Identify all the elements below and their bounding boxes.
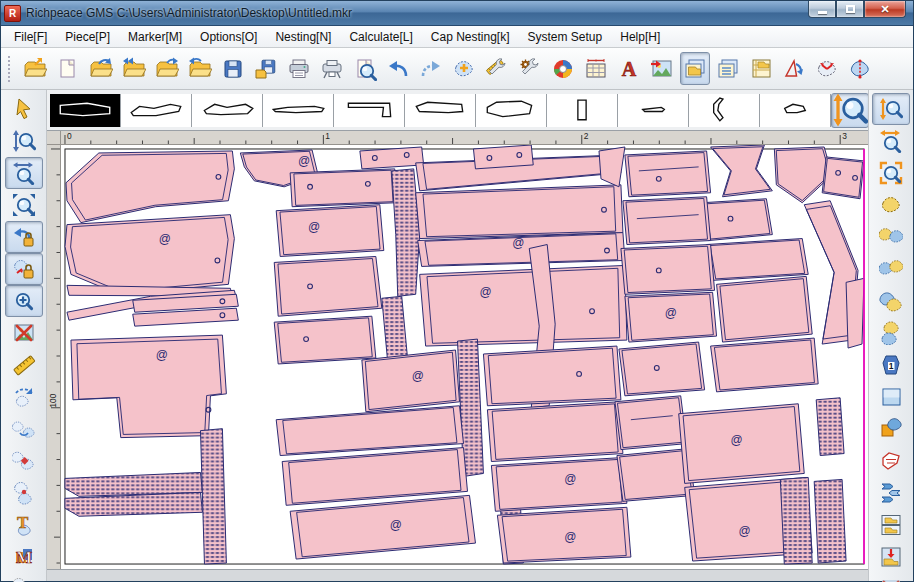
righttool-strip-zoom-h-button[interactable] — [872, 125, 910, 157]
menu-file[interactable]: File[F] — [5, 27, 56, 47]
toolbar-open-back-button[interactable] — [185, 52, 215, 85]
minimize-button[interactable] — [808, 1, 836, 18]
lefttool-rotate-piece-button[interactable] — [5, 381, 43, 413]
righttool-blank-sheet-button[interactable] — [872, 381, 910, 413]
menu-nesting[interactable]: Nesting[N] — [266, 27, 340, 47]
marker-piece-36[interactable] — [625, 151, 711, 197]
toolbar-add-piece-button[interactable] — [449, 52, 479, 85]
righttool-pieces-pair2-button[interactable] — [872, 253, 910, 285]
marker-piece-10[interactable] — [200, 429, 226, 564]
piece-thumb-6[interactable] — [405, 94, 476, 127]
toolbar-color-wheel-button[interactable] — [548, 52, 578, 85]
marker-piece-22[interactable] — [420, 265, 627, 346]
lefttool-text-tool-button[interactable]: T — [5, 509, 43, 541]
lefttool-flip-piece-button[interactable] — [5, 413, 43, 445]
strip-zoom-button[interactable] — [831, 93, 869, 128]
marker-piece-15[interactable] — [274, 316, 376, 364]
piece-thumb-2[interactable] — [121, 94, 192, 127]
toolbar-open-redo-button[interactable] — [86, 52, 116, 85]
lefttool-confirm-piece-button[interactable] — [5, 573, 43, 582]
toolbar-open-back-double-button[interactable] — [119, 52, 149, 85]
righttool-clear-hatch-button[interactable] — [872, 573, 910, 582]
marker-canvas[interactable]: @@@@@@@@@@@@@ — [61, 145, 868, 569]
lefttool-zoom-horizontal-button[interactable] — [5, 157, 43, 189]
righttool-pieces-overlap-button[interactable] — [872, 285, 910, 317]
toolbar-system-settings-button[interactable] — [515, 52, 545, 85]
menu-help[interactable]: Help[H] — [611, 27, 669, 47]
lefttool-stack-pieces-button[interactable] — [5, 477, 43, 509]
toolbar-move-piece-button[interactable] — [812, 52, 842, 85]
toolbar-export-image-button[interactable] — [647, 52, 677, 85]
menu-piece[interactable]: Piece[P] — [56, 27, 119, 47]
righttool-pieces-pair-button[interactable] — [872, 221, 910, 253]
toolbar-font-button[interactable]: A — [614, 52, 644, 85]
toolbar-plotter-button[interactable] — [317, 52, 347, 85]
toolbar-rotate-angle-button[interactable] — [779, 52, 809, 85]
marker-piece-23[interactable] — [473, 145, 533, 169]
piece-thumb-9[interactable] — [618, 94, 689, 127]
toolbar-undo-button[interactable] — [383, 52, 413, 85]
toolbar-notebook-button[interactable] — [746, 52, 776, 85]
righttool-match-chevrons-button[interactable] — [872, 477, 910, 509]
toolbar-print-button[interactable] — [284, 52, 314, 85]
righttool-copy-pieces-button[interactable] — [872, 509, 910, 541]
menu-marker[interactable]: Marker[M] — [119, 27, 191, 47]
lefttool-piece-lock-button[interactable] — [5, 253, 43, 285]
marker-piece-2[interactable] — [65, 215, 234, 295]
toolbar-piece-list-button[interactable] — [680, 52, 710, 85]
marker-piece-47[interactable] — [619, 342, 705, 396]
lefttool-zoom-fit-button[interactable] — [5, 189, 43, 221]
piece-thumb-4[interactable] — [263, 94, 334, 127]
lefttool-zoom-in-button[interactable] — [5, 285, 43, 317]
marker-piece-56[interactable] — [846, 278, 864, 348]
marker-piece-44[interactable] — [621, 245, 715, 295]
toolbar-open-forward-button[interactable] — [152, 52, 182, 85]
lefttool-zoom-vertical-button[interactable] — [5, 125, 43, 157]
piece-thumb-7[interactable] — [476, 94, 547, 127]
toolbar-split-piece-button[interactable] — [845, 52, 875, 85]
menu-calculate[interactable]: Calculate[L] — [340, 27, 421, 47]
lefttool-image-delete-button[interactable] — [5, 317, 43, 349]
lefttool-measure-button[interactable] — [5, 349, 43, 381]
marker-piece-55[interactable] — [816, 398, 844, 456]
toolbar-piece-table-button[interactable] — [713, 52, 743, 85]
toolbar-size-table-button[interactable] — [581, 52, 611, 85]
toolbar-save-button[interactable] — [218, 52, 248, 85]
righttool-strip-zoom-fit-button[interactable] — [872, 157, 910, 189]
piece-thumb-5[interactable] — [334, 94, 405, 127]
toolbar-save-as-button[interactable] — [251, 52, 281, 85]
piece-thumb-3[interactable] — [192, 94, 263, 127]
toolbar-new-file-button[interactable] — [53, 52, 83, 85]
toolbar-marker-settings-button[interactable] — [482, 52, 512, 85]
righttool-piece-outline-button[interactable] — [872, 445, 910, 477]
marker-piece-46[interactable] — [717, 276, 813, 342]
piece-thumb-11[interactable] — [760, 94, 831, 127]
marker-piece-49[interactable] — [615, 396, 687, 450]
marker-piece-16[interactable] — [360, 147, 424, 169]
menu-options[interactable]: Options[O] — [191, 27, 266, 47]
righttool-strip-zoom-v-button[interactable] — [872, 93, 910, 125]
righttool-import-box-button[interactable] — [872, 541, 910, 573]
menu-system-setup[interactable]: System Setup — [519, 27, 612, 47]
maximize-button[interactable] — [836, 1, 864, 18]
righttool-piece-fill-button[interactable] — [872, 189, 910, 221]
marker-piece-43[interactable] — [623, 197, 711, 245]
marker-canvas-area[interactable]: @@@@@@@@@@@@@ — [61, 145, 868, 569]
bottom-scroll-strip[interactable] — [47, 569, 868, 581]
toolbar-print-preview-button[interactable] — [350, 52, 380, 85]
lefttool-overlap-pieces-button[interactable] — [5, 445, 43, 477]
piece-thumb-1[interactable] — [50, 94, 121, 127]
piece-thumb-10[interactable] — [689, 94, 760, 127]
marker-piece-53[interactable] — [780, 477, 812, 564]
marker-piece-31[interactable] — [362, 350, 460, 412]
lefttool-m-tool-button[interactable]: M — [5, 541, 43, 573]
marker-piece-54[interactable] — [814, 479, 846, 563]
menu-cap-nesting[interactable]: Cap Nesting[k] — [422, 27, 519, 47]
piece-thumb-8[interactable] — [547, 94, 618, 127]
close-button[interactable]: ✕ — [864, 1, 906, 18]
toolbar-redo-button[interactable] — [416, 52, 446, 85]
toolbar-open-export-button[interactable] — [20, 52, 50, 85]
marker-piece-12[interactable] — [290, 169, 397, 207]
lefttool-select-cursor-button[interactable] — [5, 93, 43, 125]
lefttool-undo-lock-button[interactable] — [5, 221, 43, 253]
